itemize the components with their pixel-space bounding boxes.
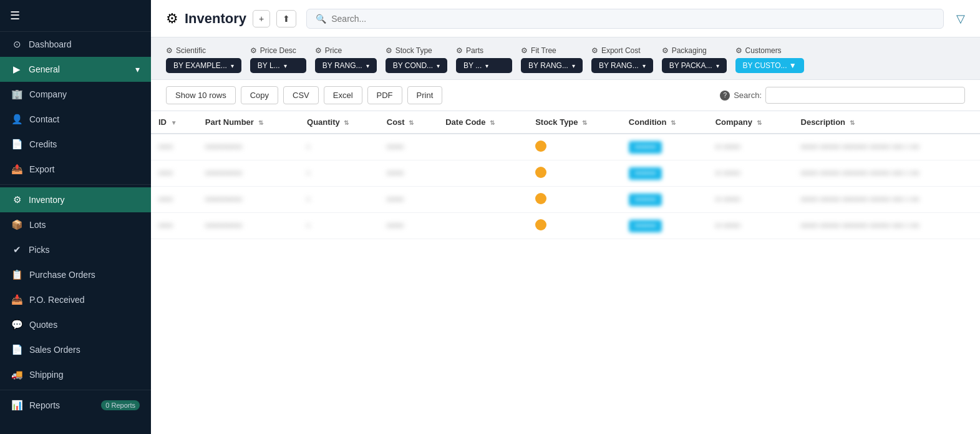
sort-icon-stock-type: ⇅ <box>582 119 587 126</box>
cell-condition: •••••••• <box>621 134 708 160</box>
filter-group-customers: ⚙ Customers BY CUSTO... ▼ <box>735 46 804 73</box>
filter-icon-stock-type: ⚙ <box>386 46 392 55</box>
sort-icon-cost: ⇅ <box>409 119 414 126</box>
search-icon: 🔍 <box>316 14 326 24</box>
filter-group-packaging: ⚙ Packaging BY PACKA... ▾ <box>662 46 727 73</box>
contact-icon: 👤 <box>11 114 23 125</box>
cell-condition: •••••••• <box>621 160 708 187</box>
filter-pill-fit-tree[interactable]: BY RANG... ▾ <box>521 58 583 73</box>
cell-quantity: • <box>299 187 379 213</box>
filter-icon[interactable]: ▽ <box>956 12 965 26</box>
cell-id: ••••• <box>151 160 198 187</box>
export-icon: 📤 <box>11 164 23 175</box>
column-company[interactable]: Company ⇅ <box>708 111 793 134</box>
sidebar-item-reports[interactable]: 📊 Reports 0 Reports <box>0 393 151 418</box>
column-part-number[interactable]: Part Number ⇅ <box>198 111 299 134</box>
search-input[interactable] <box>331 14 934 24</box>
sidebar-item-dashboard[interactable]: ⊙ Dashboard <box>0 32 151 57</box>
pdf-button[interactable]: PDF <box>367 86 402 104</box>
sidebar-item-picks[interactable]: ✔ Picks <box>0 237 151 262</box>
sidebar-item-export[interactable]: 📤 Export <box>0 157 151 182</box>
cell-stock-type <box>528 213 621 239</box>
filter-icon-parts: ⚙ <box>456 46 463 55</box>
inventory-table: ID ▼ Part Number ⇅ Quantity ⇅ Cost ⇅ <box>151 111 980 239</box>
column-cost[interactable]: Cost ⇅ <box>379 111 438 134</box>
sidebar-item-company[interactable]: 🏢 Company <box>0 82 151 107</box>
cell-cost: •••••• <box>379 187 438 213</box>
column-quantity[interactable]: Quantity ⇅ <box>299 111 379 134</box>
chevron-down-icon: ▾ <box>572 62 575 69</box>
sidebar-item-sales-orders[interactable]: 📄 Sales Orders <box>0 337 151 362</box>
sidebar-item-inventory[interactable]: ⚙ Inventory <box>0 187 151 212</box>
sidebar-item-lots[interactable]: 📦 Lots <box>0 212 151 237</box>
sales-orders-icon: 📄 <box>11 344 23 355</box>
table-search-input[interactable] <box>765 87 965 104</box>
sidebar-item-quotes[interactable]: 💬 Quotes <box>0 312 151 337</box>
export-inventory-button[interactable]: ⬆ <box>276 10 296 27</box>
print-button[interactable]: Print <box>407 86 443 104</box>
add-inventory-button[interactable]: + <box>253 10 270 27</box>
filter-pill-packaging[interactable]: BY PACKA... ▾ <box>662 58 727 73</box>
cell-cost: •••••• <box>379 213 438 239</box>
cell-part-number: ••••••••••••• <box>198 160 299 187</box>
sidebar-item-po-received[interactable]: 📥 P.O. Received <box>0 287 151 312</box>
quotes-icon: 💬 <box>11 319 23 330</box>
sidebar-item-contact[interactable]: 👤 Contact <box>0 107 151 132</box>
filter-pill-parts[interactable]: BY ... ▾ <box>456 58 512 73</box>
sidebar-item-general[interactable]: ▶ General ▾ <box>0 57 151 82</box>
sort-icon-condition: ⇅ <box>671 119 676 126</box>
sidebar-item-shipping[interactable]: 🚚 Shipping <box>0 362 151 387</box>
show-rows-button[interactable]: Show 10 rows <box>166 86 236 104</box>
filter-group-fit-tree: ⚙ Fit Tree BY RANG... ▾ <box>521 46 583 73</box>
menu-icon[interactable]: ☰ <box>10 9 20 22</box>
cell-company: •• •••••• <box>708 213 793 239</box>
sidebar-item-label: Reports <box>29 400 60 410</box>
cell-quantity: • <box>299 134 379 160</box>
filter-group-price-desc: ⚙ Price Desc BY L... ▾ <box>250 46 306 73</box>
cell-part-number: ••••••••••••• <box>198 134 299 160</box>
cell-id: ••••• <box>151 187 198 213</box>
column-id[interactable]: ID ▼ <box>151 111 198 134</box>
csv-button[interactable]: CSV <box>283 86 319 104</box>
filter-pill-scientific[interactable]: BY EXAMPLE... ▾ <box>166 58 241 73</box>
column-description[interactable]: Description ⇅ <box>793 111 980 134</box>
column-stock-type[interactable]: Stock Type ⇅ <box>528 111 621 134</box>
filter-area: ⚙ Scientific BY EXAMPLE... ▾ ⚙ Price Des… <box>151 37 980 80</box>
cell-description: •••••• ••••••• ••••••••• ••••••• •••• • … <box>793 160 980 187</box>
table-body: ••••• ••••••••••••• • •••••• •••••••• ••… <box>151 134 980 239</box>
filter-label-price: ⚙ Price <box>315 46 377 55</box>
filter-pill-export-cost[interactable]: BY RANG... ▾ <box>591 58 653 73</box>
general-icon: ▶ <box>11 64 22 75</box>
table-row: ••••• ••••••••••••• • •••••• •••••••• ••… <box>151 160 980 187</box>
sidebar-item-purchase-orders[interactable]: 📋 Purchase Orders <box>0 262 151 287</box>
sidebar-item-label: Dashboard <box>29 39 72 49</box>
filter-group-export-cost: ⚙ Export Cost BY RANG... ▾ <box>591 46 653 73</box>
picks-icon: ✔ <box>11 244 22 255</box>
sidebar-item-label: Shipping <box>29 370 64 380</box>
filter-icon-price-desc: ⚙ <box>250 46 257 55</box>
filter-pill-customers[interactable]: BY CUSTO... ▼ <box>735 58 804 73</box>
filter-pill-stock-type[interactable]: BY COND... ▾ <box>386 58 447 73</box>
chevron-down-icon: ▾ <box>643 62 646 69</box>
sort-icon-part-number: ⇅ <box>258 119 263 126</box>
cell-cost: •••••• <box>379 160 438 187</box>
filter-group-stock-type: ⚙ Stock Type BY COND... ▾ <box>386 46 447 73</box>
cell-description: •••••• ••••••• ••••••••• ••••••• •••• • … <box>793 213 980 239</box>
sidebar-item-label: Contact <box>29 114 59 124</box>
filter-pill-price-desc[interactable]: BY L... ▾ <box>250 58 306 73</box>
copy-button[interactable]: Copy <box>241 86 278 104</box>
filter-icon-customers: ⚙ <box>735 46 742 55</box>
chevron-down-icon: ▾ <box>231 62 234 69</box>
column-condition[interactable]: Condition ⇅ <box>621 111 708 134</box>
column-date-code[interactable]: Date Code ⇅ <box>438 111 528 134</box>
reports-icon: 📊 <box>11 400 23 411</box>
cell-company: •• •••••• <box>708 187 793 213</box>
chevron-down-icon: ▾ <box>366 62 369 69</box>
filter-label-customers: ⚙ Customers <box>735 46 804 55</box>
search-bar: 🔍 <box>306 9 944 29</box>
filter-pill-price[interactable]: BY RANG... ▾ <box>315 58 377 73</box>
page-title-area: ⚙ Inventory + ⬆ <box>166 10 296 27</box>
excel-button[interactable]: Excel <box>324 86 362 104</box>
cell-part-number: ••••••••••••• <box>198 213 299 239</box>
sidebar-item-credits[interactable]: 📄 Credits <box>0 132 151 157</box>
